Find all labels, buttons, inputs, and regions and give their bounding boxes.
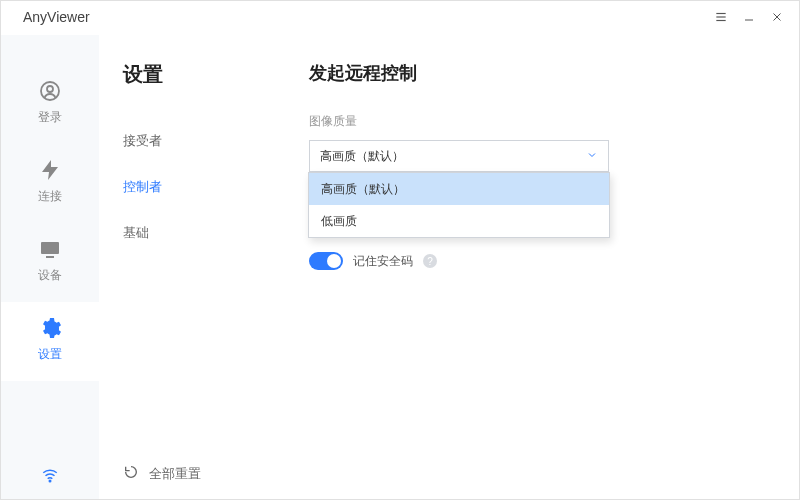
minimize-button[interactable] — [735, 4, 763, 32]
reset-all-button[interactable]: 全部重置 — [123, 464, 201, 483]
remember-code-row: 记住安全码 ? — [309, 252, 739, 270]
menu-button[interactable] — [707, 4, 735, 32]
settings-subnav: 设置 接受者 控制者 基础 全部重置 — [99, 35, 289, 500]
remember-code-toggle[interactable] — [309, 252, 343, 270]
minimize-icon — [743, 11, 755, 26]
nav-label: 设置 — [38, 346, 62, 363]
help-icon[interactable]: ? — [423, 254, 437, 268]
nav-label: 连接 — [38, 188, 62, 205]
image-quality-label: 图像质量 — [309, 113, 739, 130]
subnav-item-controller[interactable]: 控制者 — [123, 164, 289, 210]
dropdown-option-high[interactable]: 高画质（默认） — [309, 173, 609, 205]
app-title: AnyViewer — [23, 9, 90, 25]
nav-item-devices[interactable]: 设备 — [1, 223, 99, 302]
wifi-status[interactable] — [1, 466, 99, 487]
reset-label: 全部重置 — [149, 465, 201, 483]
bolt-icon — [38, 158, 62, 182]
svg-rect-8 — [41, 242, 59, 254]
close-icon — [771, 11, 783, 26]
close-button[interactable] — [763, 4, 791, 32]
image-quality-select[interactable]: 高画质（默认） — [309, 140, 609, 172]
dropdown-option-low[interactable]: 低画质 — [309, 205, 609, 237]
nav-item-connect[interactable]: 连接 — [1, 144, 99, 223]
subnav-title: 设置 — [123, 61, 289, 88]
chevron-down-icon — [586, 149, 598, 164]
image-quality-select-wrap: 高画质（默认） 高画质（默认） 低画质 — [309, 140, 609, 172]
subnav-item-receiver[interactable]: 接受者 — [123, 118, 289, 164]
wifi-icon — [41, 466, 59, 487]
content-panel: 发起远程控制 图像质量 高画质（默认） 高画质（默认） 低画质 记住安全码 ? — [289, 35, 799, 500]
svg-rect-9 — [46, 256, 54, 258]
content-title: 发起远程控制 — [309, 61, 739, 85]
svg-point-7 — [47, 86, 53, 92]
nav-item-settings[interactable]: 设置 — [1, 302, 99, 381]
user-icon — [38, 79, 62, 103]
nav-label: 登录 — [38, 109, 62, 126]
svg-point-10 — [49, 480, 51, 482]
svg-point-6 — [41, 82, 59, 100]
nav-label: 设备 — [38, 267, 62, 284]
menu-icon — [714, 10, 728, 27]
monitor-icon — [38, 237, 62, 261]
remember-code-label: 记住安全码 — [353, 253, 413, 270]
titlebar: AnyViewer — [1, 1, 799, 35]
gear-icon — [38, 316, 62, 340]
nav-item-login[interactable]: 登录 — [1, 65, 99, 144]
nav-rail: 登录 连接 设备 设置 — [1, 35, 99, 500]
reset-icon — [123, 464, 139, 483]
subnav-item-basic[interactable]: 基础 — [123, 210, 289, 256]
select-value: 高画质（默认） — [320, 148, 404, 165]
body: 登录 连接 设备 设置 设置 接受者 控制者 — [1, 35, 799, 500]
image-quality-dropdown: 高画质（默认） 低画质 — [308, 172, 610, 238]
